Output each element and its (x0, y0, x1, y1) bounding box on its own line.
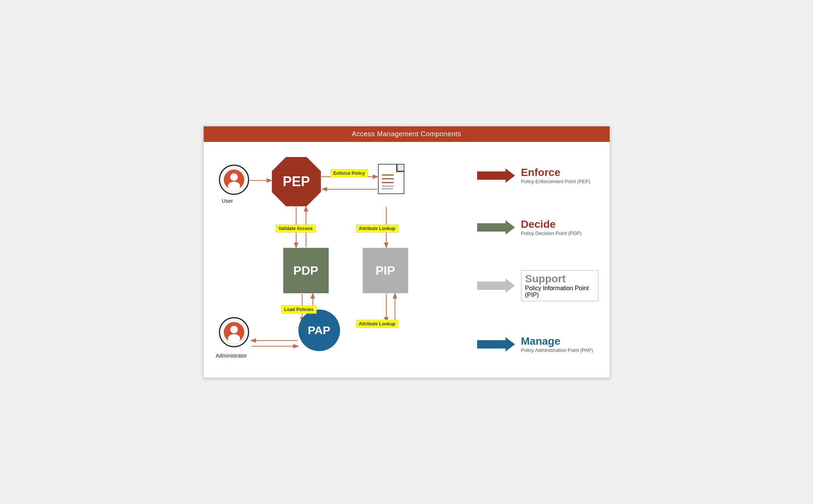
support-box: Support Policy Information Point (PIP) (521, 270, 598, 301)
decide-arrow (477, 220, 515, 235)
enforce-text: Enforce Policy Enforcement Point (PEP) (521, 166, 591, 184)
legend-decide: Decide Policy Decision Point (PDP) (477, 218, 598, 236)
user-icon (219, 165, 249, 195)
svg-point-13 (230, 173, 238, 181)
legend-support: Support Policy Information Point (PIP) (477, 270, 598, 301)
pap-shape: PAP (298, 310, 340, 351)
validate-access-label: Validate Access (276, 224, 316, 233)
admin-label: Administrator (216, 353, 247, 359)
enforce-sub: Policy Enforcement Point (PEP) (521, 179, 591, 184)
manage-sub: Policy Administration Point (PAP) (521, 347, 593, 353)
decide-text: Decide Policy Decision Point (PDP) (521, 218, 582, 236)
manage-arrow (477, 337, 515, 352)
pdp-label: PDP (293, 264, 318, 278)
pep-shape: PEP (272, 157, 321, 206)
pdp-shape: PDP (283, 248, 329, 293)
manage-text: Manage Policy Administration Point (PAP) (521, 335, 593, 353)
slide-body: User Administrator PEP (204, 142, 610, 378)
header-title: Access Management Components (352, 130, 461, 138)
legend-enforce: Enforce Policy Enforcement Point (PEP) (477, 166, 598, 184)
support-sub: Policy Information Point (PIP) (525, 285, 594, 299)
support-arrow (477, 278, 515, 293)
slide-container: Access Management Components (203, 126, 610, 378)
manage-title: Manage (521, 335, 593, 347)
slide-header: Access Management Components (204, 126, 610, 142)
pip-shape: PIP (363, 248, 408, 293)
arrows-svg (215, 149, 470, 370)
legend-manage: Manage Policy Administration Point (PAP) (477, 335, 598, 353)
legend-area: Enforce Policy Enforcement Point (PEP) D… (470, 149, 598, 370)
enforce-policy-label: Enforce Policy (331, 169, 368, 177)
enforce-arrow (477, 168, 515, 183)
pep-label: PEP (282, 174, 310, 190)
attribute-lookup-label-1: Attribute Lookup (356, 224, 399, 233)
decide-title: Decide (521, 218, 582, 230)
enforce-title: Enforce (521, 166, 591, 179)
admin-icon (219, 317, 249, 347)
svg-marker-18 (477, 168, 515, 183)
pap-label: PAP (308, 324, 330, 337)
pip-label: PIP (376, 264, 395, 278)
diagram-area: User Administrator PEP (215, 149, 470, 370)
svg-marker-19 (477, 220, 515, 235)
svg-marker-20 (477, 278, 515, 293)
user-label: User (222, 198, 233, 204)
support-title: Support (525, 273, 594, 285)
attribute-lookup-label-2: Attribute Lookup (356, 320, 399, 328)
svg-point-16 (230, 326, 238, 333)
doc-icon (378, 164, 404, 194)
svg-marker-21 (477, 337, 515, 352)
decide-sub: Policy Decision Point (PDP) (521, 230, 582, 236)
load-policies-label: Load Policies (281, 305, 317, 314)
